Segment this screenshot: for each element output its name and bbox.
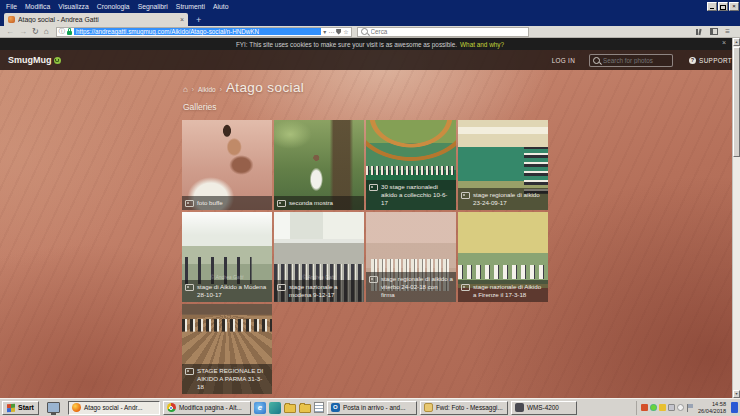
menu-help[interactable]: Aiuto: [209, 3, 233, 10]
taskbar-button-label: Modifica pagina - Alt...: [179, 404, 242, 411]
desktop-icon[interactable]: [47, 402, 60, 413]
galleries-grid: foto buffe seconda mostra 30 stage nazio…: [182, 120, 548, 394]
gallery-tile[interactable]: seconda mostra: [274, 120, 364, 210]
photo-search-input[interactable]: [603, 57, 669, 64]
pocket-shield-icon[interactable]: [336, 29, 341, 35]
minimize-button[interactable]: [707, 2, 717, 11]
folder-icon[interactable]: [299, 404, 311, 413]
url-text: https://andreagatti.smugmug.com/Aikido/A…: [74, 28, 321, 35]
tray-app-icon[interactable]: [641, 404, 648, 411]
cookie-notification-bar: FYI: This site uses cookies to make sure…: [0, 38, 740, 50]
windows-flag-icon: [7, 403, 15, 412]
page-scrollbar[interactable]: ▲ ▼: [732, 38, 740, 398]
new-tab-button[interactable]: +: [196, 14, 201, 26]
taskbar-clock[interactable]: 14:58 26/04/2018: [698, 401, 726, 414]
reload-icon[interactable]: ↻: [32, 26, 39, 37]
forward-icon[interactable]: →: [19, 26, 27, 37]
page-actions-icon[interactable]: ⋯: [328, 28, 334, 35]
cookie-text: FYI: This site uses cookies to make sure…: [236, 41, 457, 48]
taskbar-button-label: Atago social - Andr...: [84, 404, 143, 411]
start-button[interactable]: Start: [2, 401, 39, 415]
tray-app-icon[interactable]: [650, 404, 657, 411]
sidebar-icon[interactable]: [710, 28, 718, 35]
gallery-tile[interactable]: stage nazionale di Aikido a Firenze il 1…: [458, 212, 548, 302]
gallery-caption-text: foto buffe: [197, 199, 223, 207]
gallery-tile[interactable]: © Andrea Gatti STAGE REGIONALE DI AIKIDO…: [182, 304, 272, 394]
notes-icon[interactable]: [314, 402, 324, 413]
cookie-info-link[interactable]: What and why?: [460, 41, 504, 48]
taskbar-button-firefox[interactable]: Atago social - Andr...: [68, 401, 160, 415]
menu-file[interactable]: File: [2, 3, 21, 10]
clock-time: 14:58: [698, 401, 726, 408]
tray-flag-icon[interactable]: [686, 404, 693, 412]
tray-app-icon[interactable]: [668, 404, 675, 411]
browser-search-input[interactable]: [371, 28, 525, 35]
gallery-tile[interactable]: 30 stage nazionaledi aikido a collecchio…: [366, 120, 456, 210]
photo-icon: [277, 200, 286, 207]
urlbar-dropdown-icon[interactable]: ▾: [323, 28, 326, 35]
support-link[interactable]: ? SUPPORT: [689, 57, 732, 64]
back-icon[interactable]: ←: [6, 26, 14, 37]
gallery-tile[interactable]: stage regionale di aikido 23-24-09-17: [458, 120, 548, 210]
site-info-icon[interactable]: ⓘ: [59, 27, 66, 36]
bookmark-star-icon[interactable]: ☆: [343, 28, 348, 35]
smugmug-logo[interactable]: SmugMug: [8, 55, 52, 65]
login-link[interactable]: LOG IN: [552, 57, 589, 64]
system-tray: 14:58 26/04/2018: [636, 401, 738, 415]
tab-favicon-icon: [8, 16, 15, 23]
clock-date: 26/04/2018: [698, 408, 726, 415]
menu-history[interactable]: Cronologia: [93, 3, 134, 10]
gallery-caption: stage nazionale di Aikido a Firenze il 1…: [458, 280, 548, 302]
page-title: Atago social: [226, 80, 304, 95]
menu-view[interactable]: Visualizza: [54, 3, 92, 10]
taskbar-button-outlook[interactable]: O Posta in arrivo - and...: [327, 401, 417, 415]
breadcrumb-home-icon[interactable]: ⌂: [183, 85, 188, 94]
menu-bookmarks[interactable]: Segnalibri: [134, 3, 172, 10]
gallery-tile[interactable]: © Andrea Gatti stage nazionale a modena …: [274, 212, 364, 302]
breadcrumb-aikido-link[interactable]: Aikido: [198, 86, 216, 93]
photo-icon: [185, 284, 194, 291]
gallery-tile[interactable]: stage regionale di aikido a viterbo 24-0…: [366, 212, 456, 302]
taskbar-button-chrome[interactable]: Modifica pagina - Alt...: [163, 401, 251, 415]
browser-search-box[interactable]: [357, 27, 529, 37]
menu-tools[interactable]: Strumenti: [172, 3, 209, 10]
folder-icon[interactable]: [284, 404, 296, 413]
gallery-tile[interactable]: © Andrea Gatti stage di Aikido a Modena …: [182, 212, 272, 302]
tab-close-icon[interactable]: ×: [180, 16, 184, 23]
tab-bar: Atago social - Andrea Gatti × +: [0, 12, 740, 26]
app-shortcut-icon[interactable]: [269, 402, 281, 414]
menu-edit[interactable]: Modifica: [21, 3, 54, 10]
taskbar-button-label: Fwd: Foto - Messaggi...: [436, 404, 503, 411]
taskbar-button-mail[interactable]: Fwd: Foto - Messaggi...: [420, 401, 508, 415]
smugmug-header: SmugMug LOG IN ? SUPPORT: [0, 50, 740, 70]
header-right: LOG IN ? SUPPORT: [552, 54, 732, 67]
breadcrumb: ⌂ › Aikido › Atago social: [183, 80, 304, 95]
internet-explorer-icon[interactable]: e: [254, 402, 266, 414]
https-lock-icon[interactable]: [67, 31, 72, 35]
firefox-icon: [72, 403, 81, 412]
tray-app-icon[interactable]: [659, 404, 666, 411]
photo-icon: [277, 284, 286, 291]
gallery-tile[interactable]: foto buffe: [182, 120, 272, 210]
mail-message-icon: [424, 403, 433, 412]
hamburger-menu-icon[interactable]: ≡: [725, 27, 730, 36]
cookie-close-icon[interactable]: ×: [722, 39, 726, 46]
question-icon: ?: [689, 57, 696, 64]
url-bar[interactable]: ⓘ https://andreagatti.smugmug.com/Aikido…: [56, 27, 352, 37]
tray-app-icon[interactable]: [677, 404, 684, 411]
tab-atago-social[interactable]: Atago social - Andrea Gatti ×: [4, 13, 188, 26]
home-icon[interactable]: ⌂: [44, 26, 49, 37]
maximize-button[interactable]: [718, 2, 728, 11]
scrollbar-thumb[interactable]: [733, 47, 740, 157]
page-content: SmugMug LOG IN ? SUPPORT ⌂ › Aikido › At…: [0, 50, 740, 398]
gallery-caption-text: 30 stage nazionaledi aikido a collecchio…: [381, 183, 453, 207]
search-icon: [361, 28, 368, 35]
scroll-down-icon[interactable]: ▼: [733, 390, 740, 398]
scroll-up-icon[interactable]: ▲: [733, 38, 740, 46]
language-bar-icon[interactable]: [731, 402, 738, 413]
photo-search-box[interactable]: [589, 54, 673, 67]
library-icon[interactable]: [695, 28, 703, 36]
close-button[interactable]: ×: [729, 2, 739, 11]
tab-title: Atago social - Andrea Gatti: [18, 16, 177, 23]
taskbar-button-wms[interactable]: WMS-4200: [511, 401, 577, 415]
